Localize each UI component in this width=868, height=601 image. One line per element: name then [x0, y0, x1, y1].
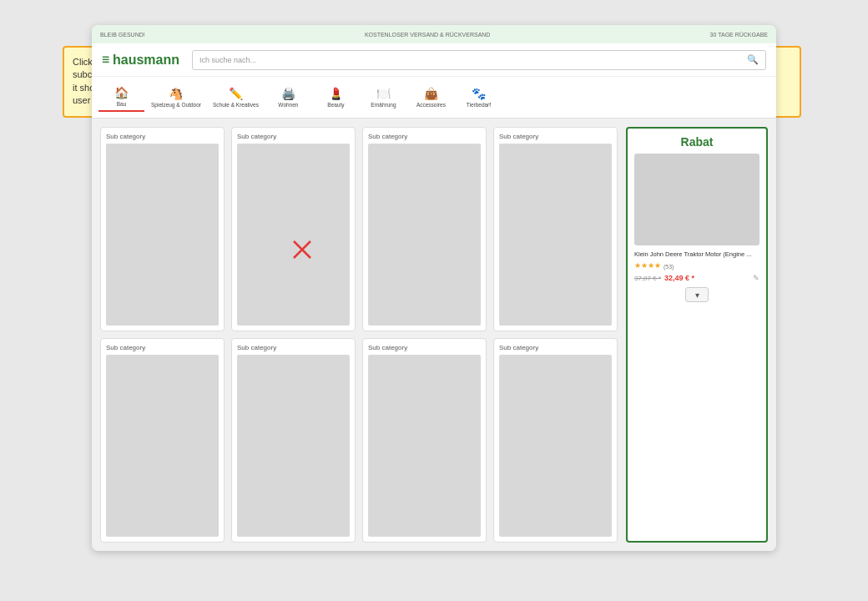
- topbar-item-1: BLEIB GESUND!: [100, 32, 145, 38]
- cat-icon-spielzeug: 🐴: [169, 87, 183, 100]
- cat-label-accessoires: Accessoires: [416, 102, 446, 108]
- banner-price-new: 32,49 € *: [664, 274, 694, 282]
- search-placeholder-text: Ich suche nach...: [199, 56, 256, 64]
- cat-item-spielzeug[interactable]: 🐴 Spielzeug & Outdoor: [146, 83, 206, 111]
- cat-label-spielzeug: Spielzeug & Outdoor: [151, 102, 201, 108]
- sub-cat-label-1: Sub category: [106, 133, 145, 140]
- sub-cat-label-8: Sub category: [499, 344, 538, 351]
- cat-label-bau: Bau: [117, 101, 127, 107]
- search-bar[interactable]: Ich suche nach... 🔍: [192, 50, 766, 70]
- banner-stars: ★★★★: [634, 261, 661, 270]
- cat-item-schule[interactable]: ✏️ Schule & Kreatives: [208, 83, 264, 111]
- cat-item-ernahrung[interactable]: 🍽️ Ernährung: [361, 83, 406, 111]
- cat-label-beauty: Beauty: [327, 102, 344, 108]
- sub-cat-image-7: [368, 355, 481, 537]
- header: ☰ hausmann Ich suche nach... 🔍: [92, 43, 776, 77]
- cat-icon-tierbedarf: 🐾: [472, 87, 486, 100]
- cat-icon-ernahrung: 🍽️: [376, 87, 391, 100]
- cat-icon-accessoires: 👜: [424, 87, 438, 100]
- logo-icon: ☰: [102, 55, 109, 64]
- cat-label-tierbedarf: Tierbedarf: [467, 102, 491, 108]
- sub-cat-card-7[interactable]: Sub category: [362, 338, 487, 543]
- cat-label-wohnen: Wohnen: [278, 102, 298, 108]
- main-content: Sub category Sub category Sub category S…: [92, 119, 776, 551]
- subcategory-grid: Sub category Sub category Sub category S…: [100, 127, 618, 543]
- sub-cat-image-3: [368, 144, 481, 326]
- sub-cat-label-5: Sub category: [106, 344, 145, 351]
- sub-cat-card-5[interactable]: Sub category: [100, 338, 225, 543]
- sub-cat-image-1: [106, 144, 219, 326]
- sub-cat-image-5: [106, 355, 219, 537]
- cat-icon-wohnen: 🖨️: [281, 87, 295, 100]
- banner-down-button[interactable]: ▾: [685, 287, 709, 302]
- cat-item-beauty[interactable]: 💄 Beauty: [313, 83, 359, 111]
- search-icon: 🔍: [747, 54, 759, 65]
- sub-cat-image-2: [237, 144, 350, 326]
- topbar-item-2: KOSTENLOSER VERSAND & RÜCKVERSAND: [365, 32, 491, 38]
- cat-label-ernahrung: Ernährung: [371, 102, 396, 108]
- cat-label-schule: Schule & Kreatives: [213, 102, 259, 108]
- cursor-indicator: [290, 238, 314, 265]
- sub-cat-card-6[interactable]: Sub category: [231, 338, 356, 543]
- banner-prices: 37,87 € * 32,49 € * ✎: [634, 274, 760, 282]
- category-nav: 🏠 Bau 🐴 Spielzeug & Outdoor ✏️ Schule & …: [92, 77, 776, 119]
- logo: ☰ hausmann: [102, 53, 179, 68]
- sub-cat-card-3[interactable]: Sub category: [362, 127, 487, 331]
- sub-cat-label-6: Sub category: [237, 344, 276, 351]
- sub-cat-label-7: Sub category: [368, 344, 407, 351]
- sub-cat-card-4[interactable]: Sub category: [493, 127, 618, 331]
- sub-cat-label-4: Sub category: [499, 133, 538, 140]
- banner-edit-icon: ✎: [753, 274, 760, 282]
- sub-cat-card-8[interactable]: Sub category: [493, 338, 618, 543]
- banner-price-old: 37,87 € *: [634, 275, 661, 282]
- banner-title: Rabat: [634, 135, 760, 149]
- sub-cat-image-6: [237, 355, 350, 537]
- sub-cat-card-1[interactable]: Sub category: [100, 127, 225, 331]
- cat-item-bau[interactable]: 🏠 Bau: [98, 83, 144, 112]
- banner-product-name: Klein John Deere Traktor Motor (Engine .…: [634, 250, 760, 258]
- cat-icon-bau: 🏠: [114, 86, 129, 99]
- sub-cat-card-2[interactable]: Sub category: [231, 127, 356, 331]
- sub-cat-image-4: [499, 144, 612, 326]
- sub-cat-label-3: Sub category: [368, 133, 407, 140]
- right-banner: Rabat Klein John Deere Traktor Motor (En…: [626, 127, 768, 543]
- logo-text: hausmann: [113, 53, 179, 68]
- banner-review-count: (53): [664, 264, 674, 270]
- topbar-item-3: 30 TAGE RÜCKGABE: [710, 32, 768, 38]
- cat-item-tierbedarf[interactable]: 🐾 Tierbedarf: [456, 83, 502, 111]
- cat-item-accessoires[interactable]: 👜 Accessoires: [408, 83, 454, 111]
- browser-container: BLEIB GESUND! KOSTENLOSER VERSAND & RÜCK…: [92, 25, 776, 551]
- cat-icon-beauty: 💄: [329, 87, 343, 100]
- banner-product-image: [634, 154, 760, 245]
- cat-icon-schule: ✏️: [229, 87, 243, 100]
- sub-cat-image-8: [499, 355, 612, 537]
- cat-item-wohnen[interactable]: 🖨️ Wohnen: [265, 83, 311, 111]
- top-bar: BLEIB GESUND! KOSTENLOSER VERSAND & RÜCK…: [92, 25, 776, 43]
- sub-cat-label-2: Sub category: [237, 133, 276, 140]
